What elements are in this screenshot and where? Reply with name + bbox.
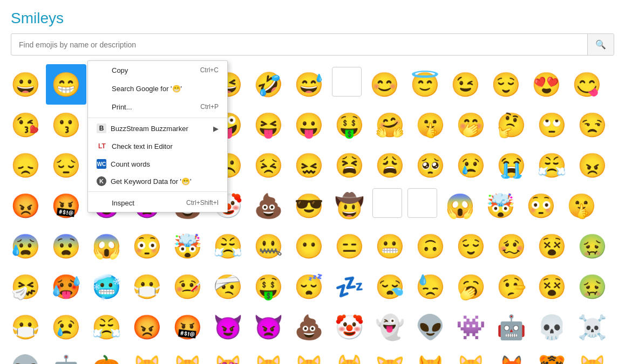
emoji-cell[interactable]: 😭: [491, 145, 532, 186]
emoji-cell[interactable]: 😾: [410, 347, 451, 364]
emoji-cell[interactable]: 🤯: [480, 186, 521, 226]
context-menu-item-count-words[interactable]: WC Count words: [88, 155, 227, 173]
context-menu-item-keyword-data[interactable]: K Get Keyword Data for '😁': [88, 173, 227, 190]
emoji-cell[interactable]: 😨: [46, 226, 86, 266]
emoji-cell[interactable]: 😘: [5, 105, 46, 145]
emoji-cell[interactable]: 🤒: [167, 266, 208, 307]
emoji-cell[interactable]: 😉: [445, 64, 486, 105]
emoji-cell[interactable]: 😣: [248, 145, 289, 186]
emoji-cell[interactable]: 😔: [46, 145, 86, 186]
emoji-cell[interactable]: 😌: [486, 64, 526, 105]
emoji-cell[interactable]: 😿: [370, 347, 410, 364]
emoji-cell[interactable]: 😎: [289, 186, 329, 226]
emoji-cell[interactable]: 🥴: [491, 226, 532, 266]
emoji-cell[interactable]: 😳: [127, 226, 167, 266]
context-menu-item-search-google[interactable]: Search Google for '😁': [88, 79, 227, 98]
emoji-cell[interactable]: 🙄: [532, 105, 572, 145]
emoji-cell[interactable]: 🤖: [46, 347, 86, 364]
emoji-cell[interactable]: 😁: [46, 64, 86, 105]
emoji-cell[interactable]: ☠️: [572, 307, 613, 347]
emoji-cell[interactable]: 🎃: [86, 347, 127, 364]
emoji-cell[interactable]: 🥱: [451, 266, 491, 307]
emoji-cell[interactable]: 😫: [329, 145, 370, 186]
search-input[interactable]: [11, 35, 587, 54]
emoji-cell[interactable]: 🤑: [248, 266, 289, 307]
emoji-cell[interactable]: 😌: [451, 226, 491, 266]
emoji-cell[interactable]: 😼: [248, 347, 289, 364]
emoji-cell[interactable]: 😡: [127, 307, 167, 347]
emoji-cell[interactable]: 😠: [572, 145, 613, 186]
emoji-cell[interactable]: 🤠: [329, 186, 370, 226]
emoji-cell[interactable]: 👾: [451, 307, 491, 347]
emoji-cell[interactable]: 🤧: [5, 266, 46, 307]
emoji-cell[interactable]: 😵: [532, 266, 572, 307]
emoji-cell[interactable]: 🐯: [532, 347, 572, 364]
emoji-cell[interactable]: 🤭: [451, 105, 491, 145]
emoji-cell[interactable]: 🤯: [167, 226, 208, 266]
emoji-cell[interactable]: 💀: [532, 307, 572, 347]
emoji-cell[interactable]: 😷: [127, 266, 167, 307]
emoji-cell[interactable]: 🥵: [46, 266, 86, 307]
emoji-cell[interactable]: 😅: [289, 64, 329, 105]
emoji-cell[interactable]: 😗: [46, 105, 86, 145]
emoji-cell[interactable]: 😑: [329, 226, 370, 266]
emoji-cell[interactable]: 😡: [5, 186, 46, 226]
emoji-cell[interactable]: [407, 188, 437, 218]
search-button[interactable]: 🔍: [587, 34, 614, 55]
emoji-cell[interactable]: 🤫: [561, 186, 602, 226]
emoji-cell[interactable]: 🤢: [572, 226, 613, 266]
emoji-cell[interactable]: 😩: [370, 145, 410, 186]
context-menu-item-copy[interactable]: Copy Ctrl+C: [88, 61, 227, 79]
emoji-cell[interactable]: 👻: [370, 307, 410, 347]
emoji-cell[interactable]: 🐱: [572, 347, 613, 364]
emoji-cell[interactable]: 😢: [451, 145, 491, 186]
emoji-cell[interactable]: 🤗: [370, 105, 410, 145]
emoji-cell[interactable]: 😹: [167, 347, 208, 364]
emoji-cell[interactable]: 💩: [248, 186, 289, 226]
emoji-cell[interactable]: 🤡: [329, 307, 370, 347]
emoji-cell[interactable]: 😰: [5, 226, 46, 266]
emoji-cell[interactable]: 🤑: [329, 105, 370, 145]
emoji-cell[interactable]: 😴: [289, 266, 329, 307]
emoji-cell[interactable]: 😷: [5, 307, 46, 347]
emoji-cell[interactable]: 🤕: [208, 266, 248, 307]
emoji-cell[interactable]: 😋: [567, 64, 607, 105]
emoji-cell[interactable]: [332, 67, 362, 97]
context-menu-item-print[interactable]: Print... Ctrl+P: [88, 98, 227, 116]
emoji-cell[interactable]: 😞: [5, 145, 46, 186]
emoji-cell[interactable]: 🤣: [248, 64, 289, 105]
context-menu-item-inspect[interactable]: Inspect Ctrl+Shift+I: [88, 194, 227, 212]
emoji-cell[interactable]: 🙃: [410, 226, 451, 266]
emoji-cell[interactable]: 🤐: [248, 226, 289, 266]
emoji-cell[interactable]: 🤔: [491, 105, 532, 145]
context-menu-item-lt-editor[interactable]: LT Check text in Editor: [88, 137, 227, 155]
emoji-cell[interactable]: 😊: [364, 64, 405, 105]
emoji-cell[interactable]: 🥶: [86, 266, 127, 307]
emoji-cell[interactable]: 👽: [410, 307, 451, 347]
emoji-cell[interactable]: 🤢: [572, 266, 613, 307]
emoji-cell[interactable]: 😽: [289, 347, 329, 364]
emoji-cell[interactable]: 😈: [208, 307, 248, 347]
emoji-cell[interactable]: 😍: [526, 64, 567, 105]
emoji-cell[interactable]: 💩: [289, 307, 329, 347]
emoji-cell[interactable]: 😖: [289, 145, 329, 186]
emoji-cell[interactable]: 👽: [5, 347, 46, 364]
emoji-cell[interactable]: 🤥: [491, 266, 532, 307]
emoji-cell[interactable]: 😵: [532, 226, 572, 266]
emoji-cell[interactable]: 🐱: [451, 347, 491, 364]
emoji-cell[interactable]: 🙀: [329, 347, 370, 364]
emoji-cell[interactable]: 😤: [532, 145, 572, 186]
emoji-cell[interactable]: 😒: [572, 105, 613, 145]
context-menu-item-buzzstream[interactable]: B BuzzStream Buzzmarker ▶: [88, 120, 227, 137]
emoji-cell[interactable]: 😻: [208, 347, 248, 364]
emoji-cell[interactable]: 💤: [329, 266, 370, 307]
emoji-cell[interactable]: 🤫: [410, 105, 451, 145]
emoji-cell[interactable]: 🤬: [167, 307, 208, 347]
emoji-cell[interactable]: [372, 188, 402, 218]
emoji-cell[interactable]: 😪: [370, 266, 410, 307]
emoji-cell[interactable]: 😇: [405, 64, 445, 105]
emoji-cell[interactable]: 😢: [46, 307, 86, 347]
emoji-cell[interactable]: 😤: [208, 226, 248, 266]
emoji-cell[interactable]: 😝: [248, 105, 289, 145]
emoji-cell[interactable]: 🦊: [491, 347, 532, 364]
